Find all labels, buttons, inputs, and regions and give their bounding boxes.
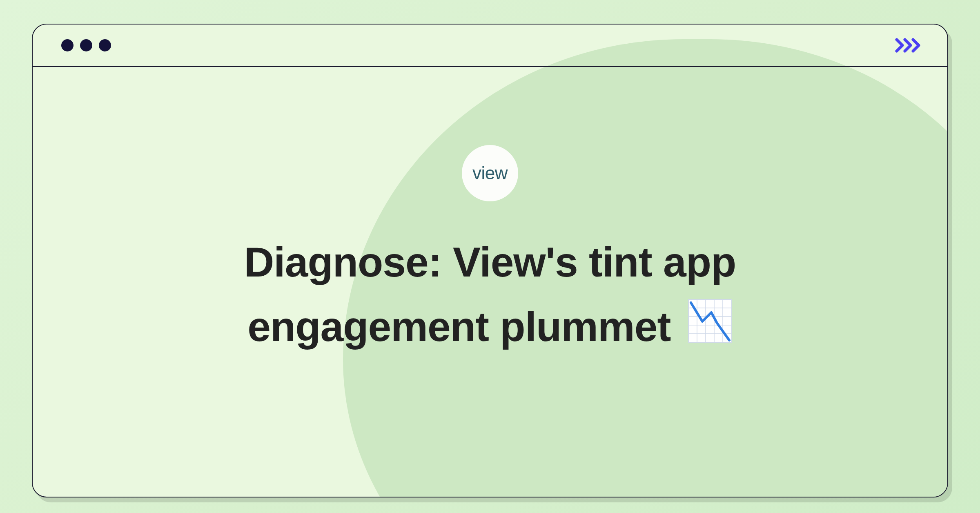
- headline-line-2: engagement plummet: [247, 303, 670, 350]
- chart-decreasing-icon: [688, 297, 733, 361]
- brand-badge: view: [462, 145, 518, 201]
- traffic-dot-1[interactable]: [61, 39, 74, 51]
- window-titlebar: [33, 25, 947, 67]
- brand-badge-label: view: [472, 163, 508, 183]
- headline-line-1: Diagnose: View's tint app: [244, 239, 736, 285]
- app-window: view Diagnose: View's tint app engagemen…: [32, 24, 948, 497]
- window-traffic-lights: [61, 39, 111, 51]
- window-content: view Diagnose: View's tint app engagemen…: [33, 67, 947, 497]
- traffic-dot-3[interactable]: [99, 39, 111, 51]
- traffic-dot-2[interactable]: [80, 39, 92, 51]
- forward-chevrons-icon[interactable]: [895, 37, 924, 54]
- headline: Diagnose: View's tint app engagement plu…: [244, 230, 736, 361]
